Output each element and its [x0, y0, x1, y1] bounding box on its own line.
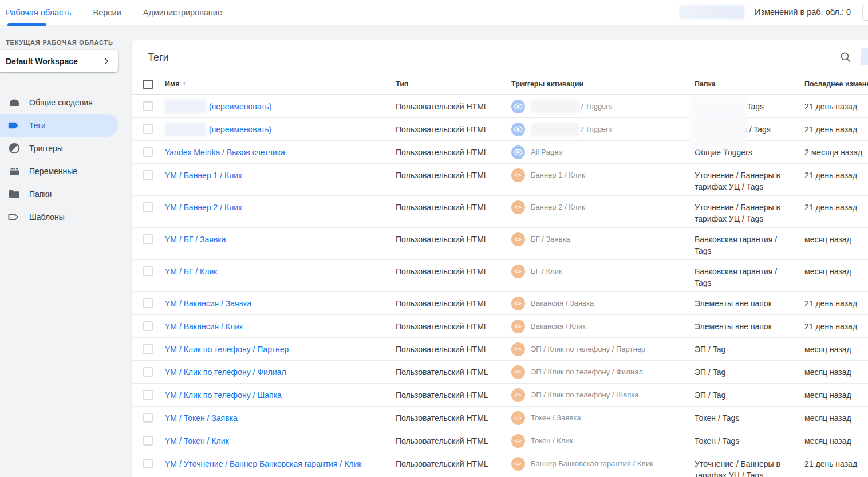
tag-name-link[interactable]: (переименовать) [209, 102, 271, 111]
sidebar-item-variables[interactable]: Переменные [0, 160, 118, 183]
tab-workspace[interactable]: Рабочая область [6, 0, 72, 25]
tag-name-cell: YM / Вакансия / Клик [165, 321, 394, 332]
folder-name: Уточнение / Баннеры в тарифах УЦ / Tags [695, 171, 780, 191]
page-title: Теги [148, 52, 169, 64]
row-checkbox[interactable] [143, 266, 153, 276]
sidebar-item-folders[interactable]: Папки [0, 183, 118, 206]
tag-name-link[interactable]: Yandex Metrika / Вызов счетчика [165, 148, 285, 157]
table-row: YM / БГ / Заявка Пользовательский HTML <… [132, 228, 868, 260]
tag-name-link[interactable]: YM / БГ / Клик [165, 267, 217, 276]
search-icon[interactable] [839, 51, 852, 64]
tag-name-link[interactable]: YM / Клик по телефону / Филиал [165, 368, 286, 377]
column-header-type[interactable]: Тип [396, 80, 408, 88]
table-row: YM / Вакансия / Клик Пользовательский HT… [132, 315, 868, 338]
tag-folder-cell: Уточнение / Баннеры в тарифах УЦ / Tags [695, 202, 794, 224]
row-checkbox[interactable] [143, 413, 153, 423]
column-header-folder[interactable]: Папка [695, 80, 716, 88]
tag-trigger-cell: <>ЭП / Клик по телефону / Шапка [511, 388, 692, 402]
tag-name-link[interactable]: YM / Клик по телефону / Партнер [165, 345, 289, 354]
tag-type: Пользовательский HTML [396, 389, 507, 401]
row-checkbox[interactable] [143, 170, 153, 180]
row-checkbox[interactable] [143, 298, 153, 308]
trigger-name: Баннер 1 / Клик [531, 168, 585, 182]
tag-name-link[interactable]: YM / Баннер 2 / Клик [165, 203, 242, 212]
workspace-selector[interactable]: Default Workspace [0, 50, 118, 72]
column-header-triggers[interactable]: Триггеры активации [511, 80, 583, 88]
new-tag-button-partial[interactable] [861, 48, 868, 65]
folder-name: Элементы вне папок [695, 322, 772, 331]
tag-trigger-cell: <>ЭП / Клик по телефону / Филиал [511, 365, 692, 379]
tag-type: Пользовательский HTML [396, 234, 507, 245]
row-checkbox[interactable] [143, 367, 153, 377]
tag-type: Пользовательский HTML [396, 412, 507, 424]
tag-name-link[interactable]: YM / Баннер 1 / Клик [165, 171, 242, 180]
tag-name-cell: YM / Уточнение / Баннер Банковская гаран… [165, 458, 394, 470]
custom-event-trigger-icon: <> [511, 457, 525, 471]
tag-name-link[interactable]: YM / Токен / Заявка [165, 413, 238, 423]
pageview-trigger-icon [511, 100, 525, 113]
trigger-icon [7, 141, 21, 155]
tag-name-cell: YM / Токен / Заявка [165, 412, 394, 424]
row-checkbox[interactable] [143, 459, 153, 468]
topbar-button-partial[interactable] [862, 5, 868, 21]
tab-admin[interactable]: Администрирование [143, 0, 222, 25]
tag-name-link[interactable]: YM / БГ / Заявка [165, 235, 226, 244]
last-modified: 21 день назад [804, 101, 868, 112]
overview-icon [7, 96, 21, 109]
folder-name: Уточнение / Баннеры в тарифах УЦ / Tags [695, 203, 780, 223]
tag-name-link[interactable]: YM / Токен / Клик [165, 436, 229, 446]
tag-name-cell: YM / Клик по телефону / Филиал [165, 366, 394, 378]
workspace-name: Default Workspace [0, 57, 102, 66]
table-header: Имя↑ Тип Триггеры активации Папка Послед… [132, 74, 868, 95]
tag-name-link[interactable]: YM / Вакансия / Клик [165, 322, 243, 331]
table-row: YM / Клик по телефону / Шапка Пользовате… [132, 384, 868, 407]
tag-type: Пользовательский HTML [396, 169, 507, 181]
tag-name-cell: (переименовать) [165, 124, 394, 136]
sidebar-item-overview[interactable]: Общие сведения [0, 91, 118, 114]
row-checkbox[interactable] [143, 344, 153, 354]
table-row: Yandex Metrika / Вызов счетчика Пользова… [132, 141, 868, 164]
row-checkbox[interactable] [143, 390, 153, 400]
tag-folder-cell: Банковская гарантия / Tags [695, 234, 794, 257]
folder-name: ЭП / Tag [695, 345, 725, 354]
table-row: YM / Уточнение / Баннер Банковская гаран… [132, 452, 868, 477]
tag-type: Пользовательский HTML [396, 344, 507, 355]
tag-icon [7, 119, 21, 132]
variables-icon [7, 164, 21, 178]
tag-name-cell: YM / Вакансия / Заявка [165, 298, 394, 309]
tag-name-cell: YM / Баннер 2 / Клик [165, 202, 394, 213]
last-modified: 21 день назад [804, 124, 868, 135]
tag-name-link[interactable]: YM / Клик по телефону / Шапка [165, 391, 282, 400]
row-checkbox[interactable] [143, 202, 153, 212]
sidebar-item-templates[interactable]: Шаблоны [0, 206, 118, 228]
tag-name-link[interactable]: YM / Вакансия / Заявка [165, 299, 251, 308]
column-header-modified[interactable]: Последнее изменение [804, 80, 868, 88]
row-checkbox[interactable] [143, 101, 153, 111]
tag-folder-cell: ЭП / Tag [695, 389, 794, 401]
row-checkbox[interactable] [143, 436, 153, 446]
row-checkbox[interactable] [143, 124, 153, 134]
pageview-trigger-icon [511, 123, 525, 136]
tag-name-cell: YM / Баннер 1 / Клик [165, 169, 394, 181]
redacted-trigger-name [531, 123, 579, 136]
sidebar-item-triggers[interactable]: Триггеры [0, 137, 118, 160]
select-all-checkbox[interactable] [143, 80, 153, 89]
row-checkbox[interactable] [143, 321, 153, 331]
row-checkbox[interactable] [143, 147, 153, 157]
tag-name-link[interactable]: (переименовать) [209, 125, 271, 134]
row-checkbox[interactable] [143, 234, 153, 244]
tag-type: Пользовательский HTML [396, 202, 507, 213]
column-header-name[interactable]: Имя↑ [165, 80, 186, 88]
trigger-name: All Pages [531, 145, 562, 159]
last-modified: месяц назад [804, 389, 868, 401]
folder-name: Токен / Tags [695, 436, 739, 446]
custom-event-trigger-icon: <> [511, 411, 525, 425]
trigger-name: ЭП / Клик по телефону / Шапка [531, 388, 638, 402]
tab-versions[interactable]: Версии [93, 0, 121, 25]
tag-type: Пользовательский HTML [396, 366, 507, 378]
custom-event-trigger-icon: <> [511, 232, 525, 246]
sidebar-item-tags[interactable]: Теги [0, 114, 118, 137]
redacted-container-id [679, 5, 744, 19]
tag-name-link[interactable]: YM / Уточнение / Баннер Банковская гаран… [165, 459, 361, 468]
tag-trigger-cell: <>БГ / Клик [511, 265, 692, 278]
